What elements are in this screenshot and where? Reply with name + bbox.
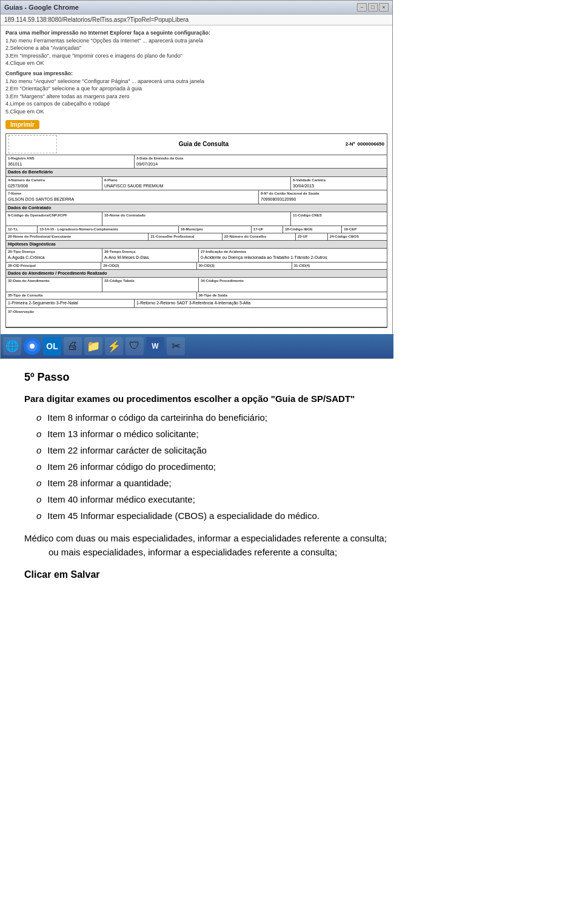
label-num-conselho: 22-Número do Conselho [224, 234, 293, 239]
bullet-2: o [36, 429, 41, 439]
cell-tipo-l: 12-T.L [6, 226, 38, 233]
list-item-1: o Item 8 informar o código da carteirinh… [24, 412, 558, 423]
instruction-item2-4: 4.Limpe os campos de cabeçalho e rodapé [5, 100, 387, 108]
cell-cod-ibge: 18-Código IBGE [283, 226, 342, 233]
item-text-6: Item 40 informar médico executante; [47, 494, 195, 504]
print-button[interactable]: Imprimir [5, 120, 39, 129]
form-row-8: 28-CID Principal 29-CID(2) 30-CID(3) 31-… [6, 263, 387, 270]
browser-addressbar: 189.114.59.138:8080/Relatorios/RelTiss.a… [1, 15, 392, 25]
label-cod-cnes: 11-Código CNES [293, 213, 385, 218]
final-text-medico: Médico com duas ou mais especialidades, … [24, 533, 387, 543]
cell-tipo-consulta-options: 1-Primeira 2-Seguimento 3-Pré-Natal [6, 300, 135, 307]
value-tempo-doenca: A-Ano M-Meses D-Dias [104, 255, 196, 261]
item-text-1: Item 8 informar o código da carteirinha … [47, 412, 267, 423]
cell-num-carteira: 4-Número da Carteira 02573/008 [6, 177, 102, 190]
browser-window: Guias - Google Chrome − □ × 189.114.59.1… [0, 0, 393, 359]
bullet-6: o [36, 494, 41, 504]
taskbar-icon-shield[interactable]: 🛡 [125, 337, 144, 355]
label-cod-operadora: 9-Código da Operadora/CNPJ/CPF [8, 213, 100, 218]
taskbar-icon-print[interactable]: 🖨 [64, 337, 82, 355]
cell-cep: 19-CEP [342, 226, 387, 233]
label-cod-tabela: 33-Código Tabela [104, 278, 196, 284]
form-row-11: 1-Primeira 2-Seguimento 3-Pré-Natal 1-Re… [6, 300, 387, 308]
minimize-button[interactable]: − [357, 3, 367, 12]
cell-cid2: 29-CID(2) [101, 263, 196, 269]
cell-municipio: 16-Município [179, 226, 252, 233]
label-observacao: 37-Observação [8, 309, 385, 315]
browser-controls: − □ × [357, 3, 389, 12]
item-text-5: Item 28 informar a quantidade; [47, 478, 171, 488]
label-tipo-l: 12-T.L [8, 227, 35, 232]
taskbar-icon-scissors[interactable]: ✂ [167, 337, 185, 355]
cell-nome-contratado: 10-Nome do Contratado [102, 212, 291, 226]
maximize-button[interactable]: □ [368, 3, 378, 12]
form-number-value: 0000006650 [358, 141, 385, 148]
instruction-title2: Configure sua impressão: [5, 70, 387, 78]
form-logo [8, 135, 57, 153]
bullet-4: o [36, 461, 41, 472]
bullet-3: o [36, 445, 41, 455]
label-cod-ibge: 18-Código IBGE [285, 227, 340, 232]
list-item-2: o Item 13 informar o médico solicitante; [24, 429, 558, 439]
cell-cod-cbos: 24-Código CBOS [328, 233, 387, 240]
close-button[interactable]: × [379, 3, 389, 12]
step-description: Para digitar exames ou procedimentos esc… [24, 393, 558, 404]
taskbar-icon-lightning[interactable]: ⚡ [105, 337, 123, 355]
instruction-item2-1: 1.No menu "Arquivo" selecione "Configura… [5, 78, 387, 85]
form-title: Guia de Consulta [62, 139, 346, 149]
bullet-5: o [36, 478, 41, 488]
value-nome: GILSON DOS SANTOS BEZERRA [8, 196, 256, 203]
label-profissional: 20-Nome do Profissional Executante [8, 234, 146, 239]
cell-plano: 6-Plano UNAFISCO SAUDE PREMIUM [102, 177, 291, 190]
form-row-9: 32-Data do Atendimento 33-Código Tabela … [6, 278, 387, 292]
cell-data-atendimento: 32-Data do Atendimento [6, 278, 102, 292]
taskbar-icon-chrome[interactable] [24, 338, 41, 355]
taskbar-icon-folder[interactable]: 📁 [84, 337, 102, 355]
label-nome: 7-Nome [8, 191, 256, 196]
value-tipo-saida-options: 1-Retorno 2-Retorno SADT 3-Referência 4-… [136, 300, 385, 307]
cell-tipo-saida: 36-Tipo de Saída [197, 292, 387, 299]
value-registro-ans: 361011 [8, 161, 132, 168]
cell-cod-cnes: 11-Código CNES [291, 212, 387, 226]
label-nome-contratado: 10-Nome do Contratado [104, 213, 289, 218]
cell-tipo-saida-options: 1-Retorno 2-Retorno SADT 3-Referência 4-… [135, 300, 387, 307]
taskbar-icon-ie[interactable]: 🌐 [3, 337, 21, 355]
label-tipo-consulta: 35-Tipo de Consulta [8, 293, 195, 298]
cell-profissional: 20-Nome do Profissional Executante [6, 233, 149, 240]
cell-cartao-nacional: 8-Nº do Cartão Nacional de Saúde 7099080… [259, 190, 387, 204]
cell-cid-principal: 28-CID Principal [6, 263, 101, 269]
cell-registro-ans: 1-Registro ANS 361011 [6, 155, 135, 169]
form-row-6: 20-Nome do Profissional Executante 21-Co… [6, 233, 387, 241]
item-text-4: Item 26 informar código do procedimento; [47, 461, 216, 472]
final-text-1: Médico com duas ou mais especialidades, … [24, 533, 558, 543]
cell-data-emissao: 3-Data de Emissão da Guia 09/07/2014 [135, 155, 387, 169]
instruction-section1: Para uma melhor impressão no Internet Ex… [5, 29, 387, 67]
label-conselho: 21-Conselho Profissional [150, 234, 219, 239]
cell-cod-tabela: 33-Código Tabela [102, 278, 199, 292]
form-number-label: 2-Nº [346, 141, 355, 148]
taskbar-icon-outlook[interactable]: OL [43, 337, 61, 355]
cell-tipo-consulta: 35-Tipo de Consulta [6, 292, 197, 299]
step-title: 5º Passo [24, 371, 558, 384]
label-uf-conselho: 23-UF [298, 234, 326, 239]
section-beneficiario: Dados do Beneficiário [6, 169, 387, 177]
final-text-indent: ou mais especialidades, informar a espec… [48, 547, 558, 557]
form-row-observacao: 37-Observação [6, 308, 387, 327]
svg-point-1 [30, 344, 35, 349]
browser-title: Guias - Google Chrome [4, 4, 79, 11]
list-item-3: o Item 22 informar carácter de solicitaç… [24, 445, 558, 455]
cell-num-conselho: 22-Número do Conselho [222, 233, 296, 240]
list-item-4: o Item 26 informar código do procediment… [24, 461, 558, 472]
bullet-7: o [36, 511, 41, 521]
taskbar-icon-word[interactable]: W [146, 337, 164, 355]
label-cid4: 31-CID(4) [294, 263, 385, 269]
label-logradouro: 13-14-15 - Logradouro-Número-Complemento [39, 227, 176, 232]
value-cod-operadora [8, 218, 100, 225]
cell-uf: 17-UF [252, 226, 283, 233]
cell-validade: 6-Validade Carteira 30/04/2015 [291, 177, 387, 190]
cell-indicacao: 27-Indicação de Acidentes 0-Acidente ou … [199, 249, 387, 262]
bullet-1: o [36, 412, 41, 423]
cell-conselho: 21-Conselho Profissional [149, 233, 222, 240]
instruction-item2-5: 5.Clique em OK [5, 108, 387, 116]
label-tipo-doenca: 25-Tipo Doença [8, 249, 100, 255]
